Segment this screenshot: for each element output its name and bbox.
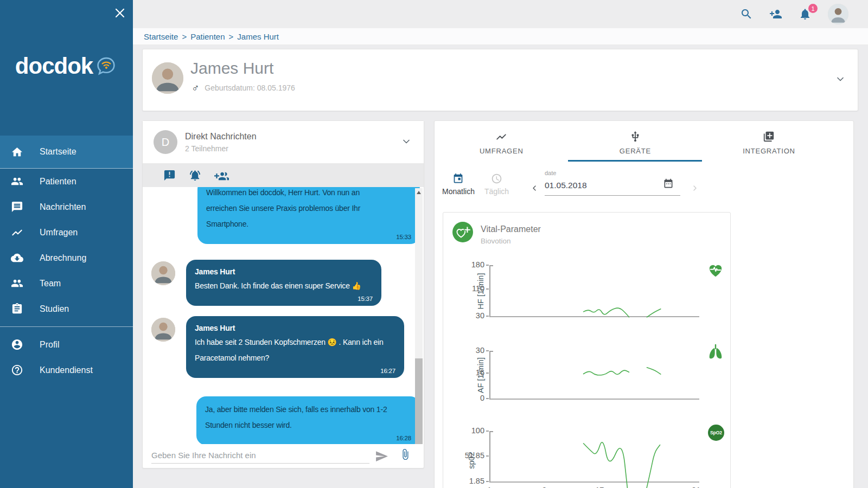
sidebar-item-kundendienst[interactable]: Kundendienst — [0, 357, 133, 383]
y-tick-mark — [486, 316, 489, 317]
date-field-value[interactable]: 01.05.2018 — [545, 181, 680, 190]
vital-card-subtitle: Biovotion — [481, 237, 511, 245]
health-heart-icon — [452, 222, 473, 242]
chart-plot — [489, 351, 699, 400]
people-icon — [11, 175, 23, 188]
y-tick-label: 16 — [459, 368, 484, 377]
calendar-icon[interactable] — [663, 178, 674, 189]
sidebar-item-label: Kundendienst — [40, 365, 93, 375]
y-tick-label: 51.85 — [459, 451, 484, 460]
tab-label: INTEGRATION — [743, 147, 795, 155]
chart-spo2: sp02 10051.851.85191731 — [459, 429, 714, 488]
group-add-icon[interactable] — [214, 169, 229, 182]
chevron-down-icon[interactable] — [835, 74, 846, 85]
sender-avatar — [151, 318, 175, 342]
attach-file-icon[interactable] — [399, 448, 411, 463]
patient-card: James Hurt ♂ Geburtsdatum: 08.05.1976 — [142, 49, 858, 111]
trending-icon — [11, 226, 23, 239]
breadcrumb-bar: Startseite>Patienten>James Hurt — [133, 28, 868, 45]
chat-panel: D Direkt Nachrichten 2 Teilnehmer Willko… — [142, 120, 424, 468]
message-sender: James Hurt — [195, 322, 395, 335]
sidebar-item-label: Profil — [40, 340, 59, 350]
chat-scrollbar[interactable] — [415, 188, 423, 444]
y-tick-mark — [486, 481, 489, 482]
sidebar-item-label: Nachrichten — [40, 202, 86, 212]
sidebar-item-label: Team — [40, 279, 61, 288]
sidebar-nav: Startseite Patienten Nachrichten Umfrage… — [0, 136, 133, 383]
tab-geraete[interactable]: GERÄTE — [569, 127, 703, 161]
patient-name: James Hurt — [190, 59, 273, 78]
user-avatar[interactable] — [828, 4, 848, 24]
notifications-icon[interactable]: 1 — [799, 8, 812, 21]
calendar-icon — [452, 173, 464, 184]
vital-card-title: Vital-Parameter — [481, 224, 541, 234]
chat-header[interactable]: D Direkt Nachrichten 2 Teilnehmer — [143, 121, 424, 163]
topbar-icons: 1 — [740, 0, 848, 28]
sidebar-item-profil[interactable]: Profil — [0, 332, 133, 357]
patient-subline: ♂ Geburtsdatum: 08.05.1976 — [192, 82, 295, 94]
tab-bar: UMFRAGEN GERÄTE INTEGRATION — [435, 127, 836, 161]
period-monthly-button[interactable]: Monatlich — [442, 173, 475, 196]
y-tick-mark — [486, 373, 489, 374]
conversation-title: Direkt Nachrichten — [185, 132, 257, 142]
scrollbar-thumb[interactable] — [415, 358, 423, 444]
chat-toolbar — [143, 163, 424, 187]
tab-label: GERÄTE — [620, 147, 651, 155]
chevron-down-icon[interactable] — [401, 136, 412, 147]
notifications-active-icon[interactable] — [189, 169, 201, 182]
chat-message-outgoing: Ja, aber bitte melden Sie sich, falls es… — [196, 396, 420, 444]
date-field-underline — [545, 195, 680, 196]
sidebar-item-nachrichten[interactable]: Nachrichten — [0, 194, 133, 220]
conversation-participants: 2 Teilnehmer — [185, 144, 228, 153]
sidebar-item-startseite[interactable]: Startseite — [0, 136, 133, 169]
y-tick-label: 110 — [459, 284, 484, 293]
message-time: 15:37 — [195, 296, 373, 302]
y-tick-label: 1.85 — [459, 477, 484, 485]
close-icon[interactable] — [113, 7, 126, 20]
clock-icon — [491, 173, 502, 184]
x-tick-label: 31 — [690, 486, 702, 488]
chat-message-list[interactable]: Willkommen bei docdok, Herr Hurt. Von nu… — [143, 187, 424, 444]
y-tick-mark — [486, 265, 489, 266]
cloud-download-icon — [11, 252, 23, 264]
chat-icon — [11, 201, 23, 213]
lungs-icon — [707, 343, 724, 360]
topbar: 1 — [133, 0, 868, 28]
device-panel: UMFRAGEN GERÄTE INTEGRATION Monatlich Tä… — [434, 120, 854, 488]
sender-avatar — [151, 261, 175, 285]
person-add-icon[interactable] — [769, 8, 782, 21]
patient-birthdate: Geburtsdatum: 08.05.1976 — [205, 84, 295, 92]
breadcrumb-patient-name[interactable]: James Hurt — [237, 32, 279, 41]
announcement-icon[interactable] — [163, 169, 176, 182]
tab-umfragen[interactable]: UMFRAGEN — [435, 127, 569, 161]
search-icon[interactable] — [740, 8, 753, 21]
chevron-left-icon[interactable] — [530, 184, 539, 192]
breadcrumb-patienten[interactable]: Patienten — [190, 32, 225, 41]
tab-integration[interactable]: INTEGRATION — [702, 127, 836, 161]
send-icon[interactable] — [375, 450, 388, 463]
sidebar-item-abrechnung[interactable]: Abrechnung — [0, 245, 133, 271]
y-tick-label: 0 — [459, 394, 484, 402]
message-input[interactable] — [151, 447, 369, 464]
logo-bubble-icon — [95, 55, 118, 78]
sidebar-item-studien[interactable]: Studien — [0, 296, 133, 322]
breadcrumb-separator: > — [229, 32, 234, 41]
tab-label: UMFRAGEN — [480, 147, 524, 155]
x-tick-label: 9 — [539, 486, 551, 488]
chevron-right-icon[interactable] — [691, 184, 699, 192]
home-icon — [11, 146, 23, 158]
chart-hf: HF [1/min] 18011030 — [459, 263, 714, 319]
period-daily-button[interactable]: Täglich — [484, 173, 509, 196]
chat-message-incoming: James Hurt Besten Dank. Ich finde das ei… — [186, 260, 381, 306]
sidebar-item-team[interactable]: Team — [0, 271, 133, 296]
integration-icon — [763, 131, 775, 143]
help-icon — [11, 364, 23, 376]
clipboard-icon — [11, 303, 23, 315]
sidebar-item-umfragen[interactable]: Umfragen — [0, 220, 133, 245]
breadcrumb-startseite[interactable]: Startseite — [144, 32, 178, 41]
sidebar-item-patienten[interactable]: Patienten — [0, 169, 133, 194]
sidebar-item-label: Umfragen — [40, 228, 78, 237]
scrollbar-up-arrow[interactable] — [417, 191, 421, 194]
y-tick-label: 100 — [459, 426, 484, 435]
y-tick-mark — [486, 455, 489, 457]
